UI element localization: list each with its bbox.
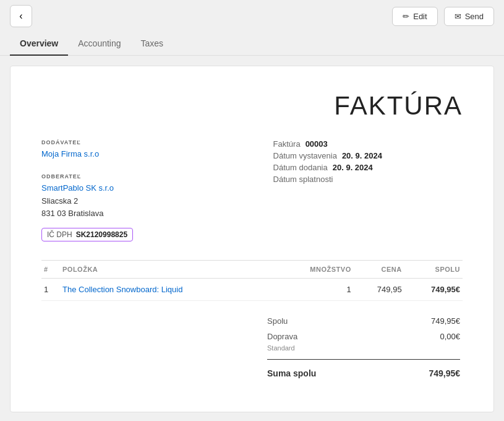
customer-label: ODBERATEĽ <box>41 173 252 180</box>
col-qty: MNOŽSTVO <box>275 261 354 279</box>
col-num: # <box>41 261 60 279</box>
delivery-date-label: Dátum dodania <box>273 163 328 172</box>
shipping-value: 0,00€ <box>440 332 460 341</box>
shipping-sub: Standard <box>265 344 463 355</box>
edit-icon: ✏ <box>403 12 409 21</box>
grand-total-row: Suma spolu 749,95€ <box>265 363 463 383</box>
subtotal-value: 749,95€ <box>431 316 460 326</box>
tabs: Overview Accounting Taxes <box>0 32 504 56</box>
grand-total-label: Suma spolu <box>267 368 316 378</box>
col-total: SPOLU <box>404 261 463 279</box>
shipping-row: Doprava 0,00€ <box>265 329 463 344</box>
invoice-number-value: 00003 <box>305 139 328 149</box>
topbar-actions: ✏ Edit ✉ Send <box>392 7 494 26</box>
invoice-card: FAKTÚRA DODÁVATEĽ Moja Firma s.r.o ODBER… <box>10 66 494 412</box>
content-wrapper: FAKTÚRA DODÁVATEĽ Moja Firma s.r.o ODBER… <box>0 56 504 421</box>
vat-box: IČ DPH SK2120998825 <box>41 228 133 241</box>
back-button[interactable]: ‹ <box>10 5 32 27</box>
row-qty: 1 <box>275 279 354 301</box>
back-icon: ‹ <box>19 11 22 22</box>
row-item: The Collection Snowboard: Liquid <box>60 279 275 301</box>
info-left: DODÁVATEĽ Moja Firma s.r.o ODBERATEĽ Sma… <box>41 139 252 241</box>
edit-button[interactable]: ✏ Edit <box>392 7 437 26</box>
customer-street: Sliacska 2 <box>41 195 252 208</box>
tab-overview[interactable]: Overview <box>10 32 68 56</box>
topbar: ‹ ✏ Edit ✉ Send <box>0 0 504 32</box>
invoice-title: FAKTÚRA <box>334 91 463 121</box>
delivery-date-row: Dátum dodania 20. 9. 2024 <box>273 163 463 172</box>
grand-total-value: 749,95€ <box>429 368 460 378</box>
invoice-number-label: Faktúra <box>273 139 301 149</box>
totals-divider <box>267 359 460 360</box>
table-row: 1 The Collection Snowboard: Liquid 1 749… <box>41 279 463 301</box>
vat-box-wrapper: IČ DPH SK2120998825 <box>41 225 252 241</box>
send-label: Send <box>465 12 484 21</box>
invoice-table: # POLOŽKA MNOŽSTVO CENA SPOLU 1 The Coll… <box>41 260 463 301</box>
supplier-label: DODÁVATEĽ <box>41 139 252 145</box>
row-total: 749,95€ <box>404 279 463 301</box>
edit-label: Edit <box>413 12 427 21</box>
col-price: CENA <box>354 261 404 279</box>
col-item: POLOŽKA <box>60 261 275 279</box>
vat-number: SK2120998825 <box>76 230 127 239</box>
due-date-row: Dátum splatnosti <box>273 175 463 184</box>
tab-accounting[interactable]: Accounting <box>68 32 130 56</box>
subtotal-row: Spolu 749,95€ <box>265 313 463 329</box>
due-date-label: Dátum splatnosti <box>273 175 333 184</box>
totals-section: Spolu 749,95€ Doprava 0,00€ Standard Sum… <box>41 313 463 383</box>
invoice-header: FAKTÚRA <box>41 91 463 121</box>
subtotal-label: Spolu <box>267 316 288 326</box>
tab-taxes[interactable]: Taxes <box>131 32 174 56</box>
issue-date-row: Dátum vystavenia 20. 9. 2024 <box>273 151 463 160</box>
send-button[interactable]: ✉ Send <box>444 7 494 26</box>
issue-date-label: Dátum vystavenia <box>273 151 337 160</box>
vat-label: IČ DPH <box>47 230 72 239</box>
send-icon: ✉ <box>455 12 461 21</box>
row-num: 1 <box>41 279 60 301</box>
totals-table: Spolu 749,95€ Doprava 0,00€ Standard Sum… <box>265 313 463 383</box>
info-right: Faktúra 00003 Dátum vystavenia 20. 9. 20… <box>273 139 463 241</box>
customer-zip-city: 831 03 Bratislava <box>41 207 252 220</box>
invoice-number-row: Faktúra 00003 <box>273 139 463 149</box>
info-grid: DODÁVATEĽ Moja Firma s.r.o ODBERATEĽ Sma… <box>41 139 463 241</box>
shipping-label: Doprava <box>267 332 297 341</box>
issue-date-value: 20. 9. 2024 <box>342 151 382 160</box>
delivery-date-value: 20. 9. 2024 <box>333 163 373 172</box>
row-price: 749,95 <box>354 279 404 301</box>
supplier-name: Moja Firma s.r.o <box>41 148 252 161</box>
customer-name: SmartPablo SK s.r.o <box>41 182 252 195</box>
